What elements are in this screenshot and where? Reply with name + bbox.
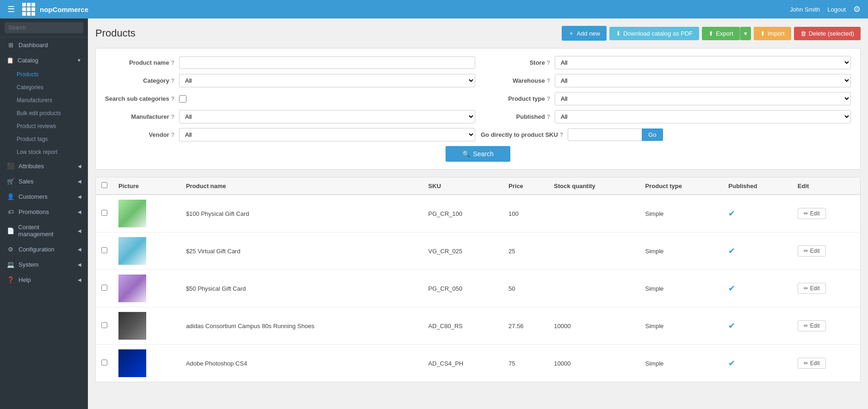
- category-select[interactable]: All: [179, 74, 475, 87]
- warehouse-select[interactable]: All: [555, 74, 851, 87]
- row-checkbox[interactable]: [101, 210, 107, 216]
- add-new-button[interactable]: ＋ Add new: [562, 26, 607, 41]
- sidebar-item-help[interactable]: ❓ Help ◀: [0, 272, 88, 287]
- import-icon: ⬆: [760, 30, 765, 37]
- vendor-help-icon[interactable]: ?: [171, 132, 174, 138]
- sidebar-label-customers: Customers: [19, 193, 48, 200]
- sidebar-item-customers[interactable]: 👤 Customers ◀: [0, 189, 88, 204]
- product-type-select[interactable]: All: [555, 92, 851, 105]
- sku-input[interactable]: [568, 128, 642, 141]
- brand-name: nopCommerce: [40, 6, 88, 13]
- edit-button[interactable]: ✏ Edit: [798, 245, 826, 256]
- sidebar-item-product-reviews[interactable]: Product reviews: [0, 120, 88, 133]
- go-button[interactable]: Go: [642, 128, 663, 141]
- edit-button[interactable]: ✏ Edit: [798, 283, 826, 294]
- row-checkbox[interactable]: [101, 247, 107, 253]
- select-all-checkbox[interactable]: [101, 182, 107, 188]
- search-button[interactable]: 🔍 Search: [446, 146, 510, 162]
- settings-icon[interactable]: ⚙: [853, 4, 861, 14]
- row-checkbox[interactable]: [101, 360, 107, 366]
- published-label: Published ?: [481, 113, 550, 120]
- store-help-icon[interactable]: ?: [547, 60, 550, 66]
- sidebar-label-help: Help: [19, 276, 31, 283]
- sidebar-item-product-tags[interactable]: Product tags: [0, 133, 88, 146]
- content-icon: 📄: [6, 227, 14, 234]
- edit-button[interactable]: ✏ Edit: [798, 320, 826, 331]
- export-button[interactable]: ⬆ Export: [702, 27, 740, 40]
- published-cell: ✔: [723, 345, 792, 382]
- manufacturer-label: Manufacturer ?: [105, 113, 174, 120]
- manufacturer-select[interactable]: All: [179, 110, 475, 123]
- sidebar: ⊞ Dashboard 📋 Catalog ▼ Products Categor…: [0, 18, 88, 409]
- published-cell: ✔: [723, 307, 792, 345]
- store-select[interactable]: All: [555, 56, 851, 69]
- sidebar-label-configuration: Configuration: [19, 246, 54, 253]
- row-checkbox[interactable]: [101, 285, 107, 291]
- sidebar-label-attributes: Attributes: [19, 163, 44, 170]
- promotions-icon: 🏷: [6, 208, 15, 215]
- vendor-select[interactable]: All: [179, 128, 475, 141]
- hamburger-menu[interactable]: ☰: [7, 4, 15, 14]
- sidebar-item-dashboard[interactable]: ⊞ Dashboard: [0, 37, 88, 53]
- row-checkbox[interactable]: [101, 322, 107, 328]
- edit-button[interactable]: ✏ Edit: [798, 358, 826, 369]
- product-name-input[interactable]: [179, 56, 475, 69]
- filter-row-5: Vendor ? All Go directly to product SKU …: [105, 128, 851, 141]
- header-picture: Picture: [113, 177, 180, 195]
- manufacturer-help-icon[interactable]: ?: [171, 114, 174, 120]
- sidebar-item-system[interactable]: 💻 System ◀: [0, 257, 88, 272]
- header-sku: SKU: [423, 177, 503, 195]
- product-image: [118, 349, 146, 377]
- published-checkmark-icon: ✔: [728, 284, 735, 293]
- sub-categories-help-icon[interactable]: ?: [171, 96, 174, 102]
- sidebar-item-configuration[interactable]: ⚙ Configuration ◀: [0, 242, 88, 257]
- price-cell: 50: [503, 270, 548, 307]
- products-table-body: $100 Physical Gift CardPG_CR_100100Simpl…: [96, 195, 860, 382]
- logout-link[interactable]: Logout: [827, 6, 846, 13]
- sidebar-item-promotions[interactable]: 🏷 Promotions ◀: [0, 204, 88, 220]
- download-pdf-button[interactable]: ⬇ Download catalog as PDF: [609, 27, 699, 40]
- sidebar-item-manufacturers[interactable]: Manufacturers: [0, 94, 88, 107]
- table-row: Adobe Photoshop CS4AD_CS4_PH7510000Simpl…: [96, 345, 860, 382]
- go-directly-help-icon[interactable]: ?: [560, 132, 563, 138]
- search-sub-categories-label: Search sub categories ?: [105, 95, 174, 102]
- table-header-row: Picture Product name SKU Price Stock qua…: [96, 177, 860, 195]
- sidebar-item-content[interactable]: 📄 Content management ◀: [0, 220, 88, 242]
- sidebar-search-input[interactable]: [5, 22, 83, 33]
- configuration-arrow-icon: ◀: [78, 247, 81, 252]
- edit-button[interactable]: ✏ Edit: [798, 208, 826, 219]
- category-help-icon[interactable]: ?: [171, 78, 174, 84]
- published-cell: ✔: [723, 270, 792, 307]
- sidebar-item-products[interactable]: Products: [0, 68, 88, 81]
- product-name-help-icon[interactable]: ?: [171, 60, 174, 66]
- sidebar-item-low-stock[interactable]: Low stock report: [0, 146, 88, 159]
- product-type-help-icon[interactable]: ?: [547, 96, 550, 102]
- export-dropdown-button[interactable]: ▾: [740, 27, 751, 40]
- dashboard-icon: ⊞: [6, 42, 15, 49]
- search-sub-categories-checkbox[interactable]: [179, 95, 186, 103]
- sidebar-item-attributes[interactable]: ⬛ Attributes ◀: [0, 159, 88, 174]
- sidebar-item-catalog[interactable]: 📋 Catalog ▼: [0, 53, 88, 68]
- sku-cell: PG_CR_050: [423, 270, 503, 307]
- sidebar-item-bulk-edit[interactable]: Bulk edit products: [0, 107, 88, 120]
- table-row: $100 Physical Gift CardPG_CR_100100Simpl…: [96, 195, 860, 232]
- published-cell: ✔: [723, 195, 792, 232]
- header-price: Price: [503, 177, 548, 195]
- vendor-label: Vendor ?: [105, 131, 174, 138]
- warehouse-help-icon[interactable]: ?: [547, 78, 550, 84]
- product-name-cell: Adobe Photoshop CS4: [180, 345, 423, 382]
- published-select[interactable]: All: [555, 110, 851, 123]
- products-table-panel: Picture Product name SKU Price Stock qua…: [95, 177, 861, 382]
- filter-row-2: Category ? All Warehouse ? All: [105, 74, 851, 87]
- filter-col-category: Category ? All: [105, 74, 475, 87]
- product-name-cell: $50 Physical Gift Card: [180, 270, 423, 307]
- published-help-icon[interactable]: ?: [547, 114, 550, 120]
- sidebar-item-categories[interactable]: Categories: [0, 81, 88, 94]
- delete-selected-button[interactable]: 🗑 Delete (selected): [794, 27, 861, 40]
- import-button[interactable]: ⬆ Import: [754, 27, 791, 40]
- go-directly-group: Go: [568, 128, 663, 141]
- pencil-icon: ✏: [804, 285, 808, 292]
- search-icon: 🔍: [462, 150, 470, 158]
- sidebar-item-sales[interactable]: 🛒 Sales ◀: [0, 174, 88, 189]
- sidebar-label-promotions: Promotions: [19, 208, 49, 215]
